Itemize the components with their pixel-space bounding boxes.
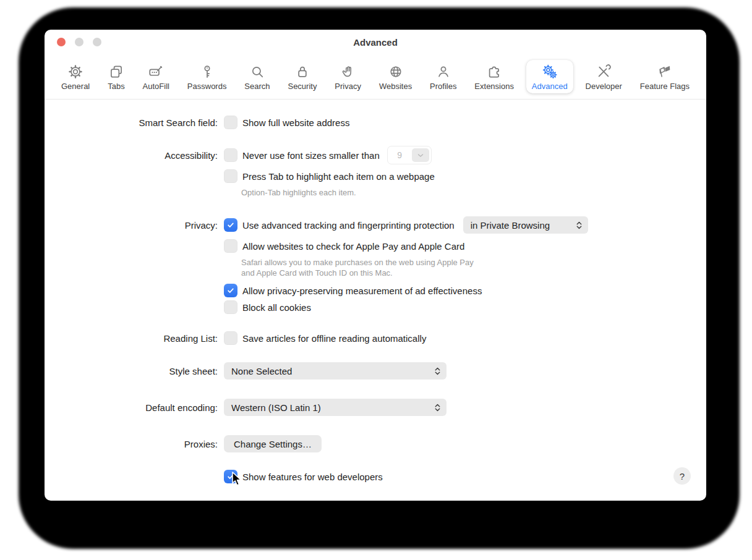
tab-general[interactable]: General	[56, 60, 95, 93]
tab-label: Feature Flags	[640, 82, 690, 91]
tab-profiles[interactable]: Profiles	[424, 60, 462, 93]
apple-pay-note-line1: Safari allows you to make purchases on t…	[241, 257, 474, 268]
minimize-button[interactable]	[75, 38, 83, 46]
tools-icon	[596, 64, 612, 80]
proxies-row: Proxies: Change Settings…	[45, 435, 322, 452]
default-encoding-label: Default encoding:	[45, 402, 218, 413]
accessibility-label: Accessibility:	[45, 150, 218, 161]
style-sheet-label: Style sheet:	[45, 366, 218, 376]
tab-label: Advanced	[532, 82, 568, 91]
tab-label: AutoFill	[143, 82, 169, 91]
flags-icon	[657, 64, 673, 80]
chevron-up-down-icon	[434, 367, 441, 376]
ad-measurement-checkbox[interactable]	[224, 284, 237, 297]
tab-passwords[interactable]: Passwords	[182, 60, 233, 93]
style-sheet-popup[interactable]: None Selected	[224, 362, 446, 380]
puzzle-icon	[486, 64, 502, 80]
font-size-value: 9	[388, 150, 412, 160]
tab-label: Websites	[379, 82, 412, 91]
tracking-scope-popup[interactable]: in Private Browsing	[463, 216, 588, 234]
tab-label: Profiles	[430, 82, 456, 91]
accessibility-row-2: Press Tab to highlight each item on a we…	[45, 168, 435, 185]
web-developer-features-checkbox[interactable]	[224, 470, 237, 483]
default-encoding-popup[interactable]: Western (ISO Latin 1)	[224, 399, 446, 416]
globe-icon	[388, 64, 404, 80]
accessibility-row-1: Accessibility: Never use font sizes smal…	[45, 146, 432, 164]
block-cookies-checkbox[interactable]	[224, 300, 237, 314]
tab-tabs[interactable]: Tabs	[102, 60, 130, 93]
press-tab-label[interactable]: Press Tab to highlight each item on a we…	[242, 171, 435, 182]
style-sheet-value: None Selected	[231, 366, 434, 376]
title-bar: Advanced	[45, 30, 706, 54]
reading-list-label: Reading List:	[45, 333, 218, 344]
chevron-down-icon	[417, 153, 424, 158]
zoom-button[interactable]	[93, 38, 101, 46]
window-title: Advanced	[353, 37, 398, 48]
settings-toolbar: General Tabs AutoF	[45, 54, 706, 100]
checkmark-icon	[226, 221, 235, 229]
press-tab-checkbox[interactable]	[224, 169, 237, 183]
proxies-label: Proxies:	[45, 439, 218, 449]
tab-label: Developer	[586, 82, 622, 91]
apple-pay-label[interactable]: Allow websites to check for Apple Pay an…	[242, 241, 464, 252]
default-encoding-row: Default encoding: Western (ISO Latin 1)	[45, 399, 446, 416]
font-size-dropdown-button[interactable]	[412, 148, 429, 162]
tab-search[interactable]: Search	[239, 60, 275, 93]
checkmark-icon	[226, 286, 235, 295]
web-developer-features-label[interactable]: Show features for web developers	[242, 472, 383, 482]
chevron-up-down-icon	[576, 221, 583, 230]
hand-icon	[340, 64, 356, 80]
min-font-size-label[interactable]: Never use font sizes smaller than	[242, 150, 380, 161]
apple-pay-checkbox[interactable]	[224, 239, 237, 253]
privacy-row-3: Allow privacy-preserving measurement of …	[45, 282, 482, 299]
tab-label: General	[61, 82, 90, 91]
privacy-row-1: Privacy: Use advanced tracking and finge…	[45, 216, 588, 234]
tab-extensions[interactable]: Extensions	[469, 60, 519, 93]
offline-reading-label[interactable]: Save articles for offline reading automa…	[242, 333, 426, 344]
apple-pay-note: Safari allows you to make purchases on t…	[241, 257, 474, 278]
tab-feature-flags[interactable]: Feature Flags	[634, 60, 695, 93]
close-button[interactable]	[57, 38, 66, 46]
tab-privacy[interactable]: Privacy	[329, 60, 367, 93]
font-size-select[interactable]: 9	[387, 146, 432, 164]
gears-icon	[542, 64, 558, 80]
tab-developer[interactable]: Developer	[580, 60, 628, 93]
min-font-size-checkbox[interactable]	[224, 148, 237, 162]
tab-label: Privacy	[335, 82, 361, 91]
tab-label: Search	[244, 82, 270, 91]
show-full-address-label[interactable]: Show full website address	[242, 117, 349, 128]
style-sheet-row: Style sheet: None Selected	[45, 362, 446, 380]
apple-pay-note-line2: and Apple Card with Touch ID on this Mac…	[241, 268, 474, 278]
reading-list-row: Reading List: Save articles for offline …	[45, 329, 426, 347]
smart-search-row: Smart Search field: Show full website ad…	[45, 114, 349, 131]
developer-row: Show features for web developers	[45, 468, 383, 485]
tab-security[interactable]: Security	[282, 60, 322, 93]
tab-advanced[interactable]: Advanced	[526, 60, 573, 93]
smart-search-label: Smart Search field:	[45, 117, 218, 128]
tab-label: Tabs	[108, 82, 124, 91]
autofill-icon	[148, 64, 164, 80]
help-button[interactable]: ?	[673, 467, 691, 485]
tab-autofill[interactable]: AutoFill	[137, 60, 175, 93]
offline-reading-checkbox[interactable]	[224, 331, 237, 345]
tab-label: Extensions	[474, 82, 514, 91]
tracking-scope-value: in Private Browsing	[471, 220, 576, 231]
lock-icon	[294, 64, 310, 80]
ad-measurement-label[interactable]: Allow privacy-preserving measurement of …	[242, 286, 482, 296]
traffic-lights	[57, 38, 101, 46]
default-encoding-value: Western (ISO Latin 1)	[231, 402, 434, 413]
tab-websites[interactable]: Websites	[374, 60, 417, 93]
block-cookies-label[interactable]: Block all cookies	[242, 302, 311, 313]
advanced-tracking-label[interactable]: Use advanced tracking and fingerprinting…	[242, 220, 455, 231]
checkmark-icon	[226, 472, 235, 481]
show-full-address-checkbox[interactable]	[224, 116, 237, 129]
privacy-label: Privacy:	[45, 220, 218, 231]
person-icon	[435, 64, 451, 80]
chevron-up-down-icon	[434, 403, 441, 412]
key-icon	[199, 64, 215, 80]
change-settings-button[interactable]: Change Settings…	[224, 435, 322, 452]
tab-label: Passwords	[187, 82, 227, 91]
press-tab-note: Option-Tab highlights each item.	[241, 187, 356, 198]
magnifier-icon	[249, 64, 265, 80]
advanced-tracking-checkbox[interactable]	[224, 218, 237, 232]
